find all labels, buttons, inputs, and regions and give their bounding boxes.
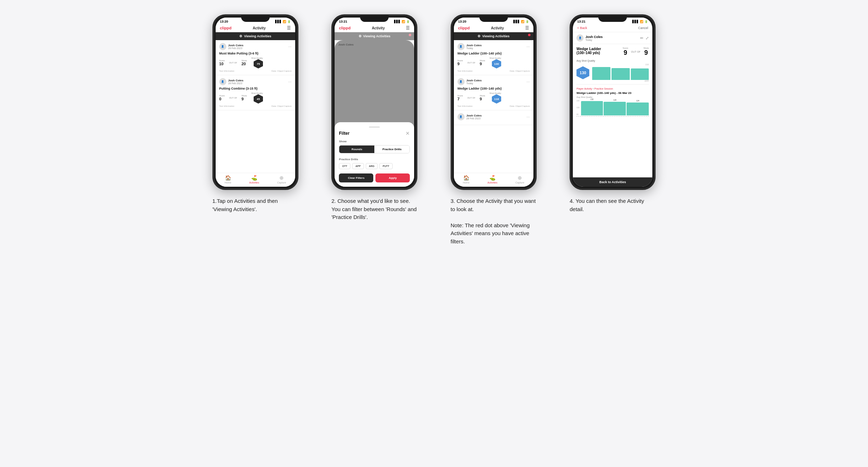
filter-icon-1: ⚙ (239, 34, 242, 38)
more-icon-3-3[interactable]: ··· (527, 115, 530, 119)
menu-icon-2[interactable]: ☰ (406, 25, 410, 30)
status-icons-2: ▋▋▋ 📶 🔋 (394, 20, 410, 23)
caption-2: 2. Choose what you'd like to see. You ca… (331, 197, 417, 221)
card-footer-1-2: Test Information Data: Clippd Capture (219, 105, 292, 107)
filter-handle-2 (369, 127, 380, 128)
session-section-4: Player Activity › Practice Session Wedge… (576, 84, 649, 116)
stats-row-3-1: Score 9 OUT OF Shots 9 Shot Quality (457, 57, 530, 68)
avatar-4: 👤 (576, 34, 584, 42)
edit-icon-4[interactable]: ✏ (640, 36, 643, 40)
filter-buttons-2: Clear Filters Apply (339, 173, 410, 182)
activities-icon-3: ⛳ (489, 175, 495, 181)
tag-ott-2[interactable]: OTT (339, 163, 350, 169)
more-icon-1-2[interactable]: ··· (288, 80, 292, 84)
s-bar-1: 132 (581, 101, 603, 115)
chart-with-hex-4: 130 132 APP (576, 63, 649, 82)
outof-1-1: OUT OF (229, 62, 237, 64)
phone-3-screen: 13:20 ▋▋▋ 📶 🔋 clippd Activity ☰ ⚙ Vi (454, 18, 533, 187)
sq-hex-1-1: 75 (254, 59, 263, 68)
bar-1-4 (592, 67, 610, 80)
detail-action-icons-4: ✏ ⤢ (640, 36, 649, 40)
detail-shots-val-4: 9 (643, 49, 649, 57)
activity-card-3-3[interactable]: 👤 Josh Coles 28 Feb 2023 ··· (454, 110, 533, 125)
clear-filters-btn-2[interactable]: Clear Filters (339, 173, 373, 182)
user-text-1-2: Josh Coles 28 Feb 2023 (228, 79, 244, 85)
menu-icon-3[interactable]: ☰ (525, 25, 529, 30)
detail-title-row-4: Wedge Ladder(100–140 yds) Score 9 OUT OF… (576, 47, 649, 57)
card-footer-1-1: Test Information Data: Clippd Capture (219, 70, 292, 72)
user-text-4: Josh Coles Today (585, 35, 603, 41)
viewing-banner-3[interactable]: ⚙ Viewing Activities (454, 32, 533, 40)
stats-row-3-2: Score 7 OUT OF Shots 9 Shot Quality (457, 92, 530, 104)
detail-user-row-4: 👤 Josh Coles Today ✏ ⤢ (573, 32, 652, 44)
activity-card-1-1[interactable]: 👤 Josh Coles 28 Feb 2023 ··· Must Make P… (216, 40, 295, 75)
tag-app-2[interactable]: APP (352, 163, 364, 169)
viewing-banner-1[interactable]: ⚙ Viewing Activities (216, 32, 295, 40)
bar-2-4 (612, 68, 630, 80)
shots-block-3-2: Shots 9 (480, 95, 485, 101)
cancel-btn-4[interactable]: Cancel (638, 26, 648, 30)
expand-icon-4[interactable]: ⤢ (646, 36, 649, 40)
user-info-1-1: 👤 Josh Coles 28 Feb 2023 (219, 43, 244, 50)
filter-overlay-2: Filter ✕ Show Rounds Practice Drills Pra… (335, 40, 414, 187)
toggle-rounds-2[interactable]: Rounds (339, 146, 374, 153)
filter-close-2[interactable]: ✕ (406, 130, 410, 136)
activity-card-3-1[interactable]: 👤 Josh Coles Today ··· Wedge Ladder (100… (454, 40, 533, 75)
filter-title-2: Filter (339, 131, 349, 136)
tab-activities-1[interactable]: ⛳ Activities (249, 175, 259, 184)
wifi-icon-4: 📶 (640, 20, 643, 23)
activity-card-1-2[interactable]: 👤 Josh Coles 28 Feb 2023 ··· Putting Com… (216, 75, 295, 110)
footer-left-1-2: Test Information (219, 105, 235, 107)
tab-bar-1: 🏠 Home ⛳ Activities ⊕ Capture (216, 173, 295, 187)
red-dot-3 (528, 34, 531, 36)
step-1-col: 13:20 ▋▋▋ 📶 🔋 clippd Activity ☰ ⚙ Vi (201, 14, 310, 246)
user-info-3-2: 👤 Josh Coles Today (457, 78, 482, 85)
user-text-3-3: Josh Coles 28 Feb 2023 (466, 114, 482, 120)
toggle-drills-2[interactable]: Practice Drills (374, 146, 409, 153)
phone-1: 13:20 ▋▋▋ 📶 🔋 clippd Activity ☰ ⚙ Vi (212, 14, 298, 190)
sq-hex-large-4: 130 (576, 66, 589, 79)
card-header-3-1: 👤 Josh Coles Today ··· (457, 43, 530, 50)
show-label-2: Show (339, 140, 410, 143)
viewing-label-1: Viewing Activities (244, 34, 271, 38)
footer-left-1-1: Test Information (219, 70, 235, 72)
activity-card-3-2[interactable]: 👤 Josh Coles Today ··· Wedge Ladder (100… (454, 75, 533, 110)
more-icon-3-2[interactable]: ··· (527, 80, 530, 84)
card-header-3-2: 👤 Josh Coles Today ··· (457, 78, 530, 85)
more-icon-3-1[interactable]: ··· (527, 44, 530, 49)
tab-activities-3[interactable]: ⛳ Activities (488, 175, 498, 184)
tab-activities-label-1: Activities (249, 181, 259, 184)
stats-row-1-2: Score 0 OUT OF Shots 9 Shot Quality (219, 92, 292, 104)
tab-home-1[interactable]: 🏠 Home (225, 175, 231, 184)
phone-2: 13:21 ▋▋▋ 📶 🔋 clippd Activity ☰ ⚙ Vi (331, 14, 417, 190)
card-footer-3-1: Test Information Data: Clippd Capture (457, 70, 530, 72)
battery-icon-2: 🔋 (406, 20, 410, 23)
chart-x-label-4: APP (592, 80, 649, 82)
tab-capture-1[interactable]: ⊕ Capture (277, 175, 286, 184)
caption-1: 1.Tap on Activities and then 'Viewing Ac… (212, 197, 298, 213)
shots-block-1-1: Shots 20 (241, 59, 247, 66)
apply-btn-2[interactable]: Apply (375, 173, 410, 182)
viewing-banner-2: ⚙ Viewing Activities (335, 32, 414, 40)
tag-putt-2[interactable]: PUTT (379, 163, 392, 169)
footer-right-1-1: Data: Clippd Capture (272, 70, 292, 72)
user-date-3-1: Today (466, 47, 482, 49)
home-icon-1: 🏠 (225, 175, 231, 181)
activities-icon-1: ⛳ (251, 175, 257, 181)
user-info-1-2: 👤 Josh Coles 28 Feb 2023 (219, 78, 244, 85)
tag-arg-2[interactable]: ARG (366, 163, 378, 169)
tab-capture-label-1: Capture (277, 181, 286, 184)
tab-home-3[interactable]: 🏠 Home (463, 175, 470, 184)
detail-user-info-4: 👤 Josh Coles Today (576, 34, 603, 42)
sq-block-3-1: Shot Quality 130 (489, 57, 501, 68)
phone-3: 13:20 ▋▋▋ 📶 🔋 clippd Activity ☰ ⚙ Vi (451, 14, 537, 190)
filter-header-2: Filter ✕ (339, 130, 410, 136)
more-icon-1-1[interactable]: ··· (288, 44, 292, 49)
back-to-activities-4[interactable]: Back to Activities (573, 177, 652, 187)
back-btn-4[interactable]: < Back (577, 26, 587, 30)
tab-capture-3[interactable]: ⊕ Capture (515, 175, 524, 184)
filter-icon-2: ⚙ (359, 34, 361, 38)
avatar-1-2: 👤 (219, 78, 226, 85)
card-title-3-2: Wedge Ladder (100–140 yds) (457, 87, 530, 90)
menu-icon-1[interactable]: ☰ (287, 25, 291, 30)
